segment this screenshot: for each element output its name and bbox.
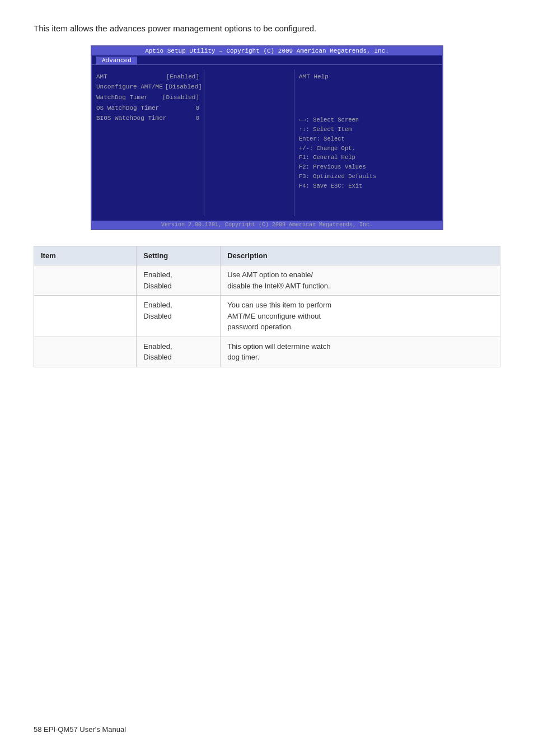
col-header-item: Item bbox=[34, 246, 137, 265]
desc-line: You can use this item to perform bbox=[227, 300, 493, 311]
bios-item-name: AMT bbox=[96, 72, 107, 82]
desc-line: This option will determine watch bbox=[227, 341, 493, 352]
intro-text: This item allows the advances power mana… bbox=[34, 22, 500, 35]
setting-value: Disabled bbox=[143, 311, 213, 322]
bios-titlebar: Aptio Setup Utility – Copyright (C) 2009… bbox=[92, 46, 442, 55]
desc-line: disable the Intel® AMT function. bbox=[227, 281, 493, 292]
bios-key-item: F3: Optimized Defaults bbox=[299, 172, 438, 181]
bios-item-name: OS WatchDog Timer bbox=[96, 103, 159, 114]
col-header-setting: Setting bbox=[137, 246, 221, 265]
desc-line: AMT/ME unconfigure without bbox=[227, 311, 493, 322]
bios-key-item: F1: General Help bbox=[299, 153, 438, 162]
bios-key-item: ↑↓: Select Item bbox=[299, 125, 438, 134]
bios-item-row: WatchDog Timer[Disabled] bbox=[96, 92, 199, 103]
bios-item-value: 0 bbox=[195, 113, 199, 124]
bios-item-row: OS WatchDog Timer0 bbox=[96, 103, 199, 114]
table-cell-setting: Enabled,Disabled bbox=[137, 296, 221, 337]
bios-item-row: AMT[Enabled] bbox=[96, 72, 199, 82]
bios-item-row: BIOS WatchDog Timer0 bbox=[96, 113, 199, 124]
bios-key-item: F2: Previous Values bbox=[299, 162, 438, 172]
desc-line: password operation. bbox=[227, 321, 493, 333]
table-cell-item bbox=[34, 265, 137, 296]
table-cell-desc: You can use this item to performAMT/ME u… bbox=[221, 296, 500, 337]
bios-item-row: Unconfigure AMT/ME[Disabled] bbox=[96, 82, 199, 92]
setting-value: Disabled bbox=[143, 281, 213, 292]
desc-line: Use AMT option to enable/ bbox=[227, 269, 493, 281]
bios-item-value: [Enabled] bbox=[166, 72, 199, 82]
bios-item-name: BIOS WatchDog Timer bbox=[96, 113, 166, 124]
table-cell-item bbox=[34, 337, 137, 367]
bios-right-panel: AMT Help ←→: Select Screen↑↓: Select Ite… bbox=[294, 69, 442, 216]
desc-line: dog timer. bbox=[227, 352, 493, 363]
bios-middle-panel bbox=[204, 69, 294, 216]
bios-tab-advanced: Advanced bbox=[96, 57, 137, 64]
table-cell-item bbox=[34, 296, 137, 337]
table-header: Item Setting Description bbox=[34, 246, 500, 265]
bios-item-value: [Disabled] bbox=[162, 92, 199, 103]
setting-value: Enabled, bbox=[143, 300, 213, 311]
setting-value: Disabled bbox=[143, 352, 213, 363]
table-cell-setting: Enabled,Disabled bbox=[137, 337, 221, 367]
bios-key-item: Enter: Select bbox=[299, 134, 438, 144]
bios-keys: ←→: Select Screen↑↓: Select ItemEnter: S… bbox=[299, 115, 438, 190]
setting-value: Enabled, bbox=[143, 269, 213, 281]
table-cell-desc: This option will determine watchdog time… bbox=[221, 337, 500, 367]
table-row: Enabled,DisabledUse AMT option to enable… bbox=[34, 265, 500, 296]
setting-value: Enabled, bbox=[143, 341, 213, 352]
table-header-row: Item Setting Description bbox=[34, 246, 500, 265]
bios-help-title: AMT Help bbox=[299, 72, 438, 82]
bios-tab-row: Advanced bbox=[92, 55, 442, 65]
info-table: Item Setting Description Enabled,Disable… bbox=[34, 246, 500, 367]
bios-body: AMT[Enabled]Unconfigure AMT/ME[Disabled]… bbox=[92, 65, 442, 216]
table-cell-desc: Use AMT option to enable/disable the Int… bbox=[221, 265, 500, 296]
bios-item-name: Unconfigure AMT/ME bbox=[96, 82, 163, 92]
bios-key-item: F4: Save ESC: Exit bbox=[299, 181, 438, 191]
bios-key-item: +/-: Change Opt. bbox=[299, 144, 438, 153]
bios-screen: Aptio Setup Utility – Copyright (C) 2009… bbox=[91, 45, 443, 230]
table-body: Enabled,DisabledUse AMT option to enable… bbox=[34, 265, 500, 367]
bios-footer: Version 2.00.1201, Copyright (C) 2009 Am… bbox=[92, 221, 442, 229]
bios-left-panel: AMT[Enabled]Unconfigure AMT/ME[Disabled]… bbox=[92, 69, 204, 216]
bios-key-item: ←→: Select Screen bbox=[299, 115, 438, 125]
page-footer: 58 EPI-QM57 User's Manual bbox=[34, 725, 126, 734]
table-row: Enabled,DisabledYou can use this item to… bbox=[34, 296, 500, 337]
table-row: Enabled,DisabledThis option will determi… bbox=[34, 337, 500, 367]
table-cell-setting: Enabled,Disabled bbox=[137, 265, 221, 296]
bios-item-value: 0 bbox=[195, 103, 199, 114]
col-header-desc: Description bbox=[221, 246, 500, 265]
bios-item-value: [Disabled] bbox=[165, 82, 202, 92]
bios-item-name: WatchDog Timer bbox=[96, 92, 148, 103]
